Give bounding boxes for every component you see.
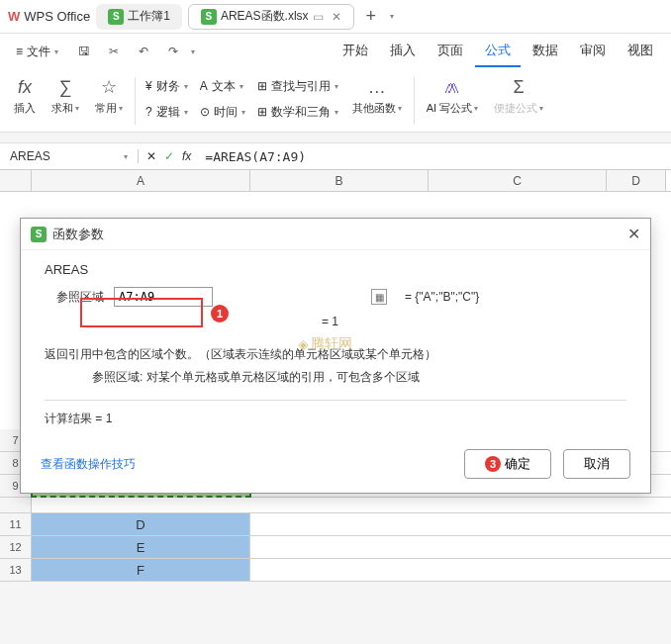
wps-icon: W [8, 9, 20, 24]
tab-insert[interactable]: 插入 [380, 36, 426, 67]
ok-button[interactable]: 3 确定 [464, 449, 551, 479]
sigma-dots-icon: Σ [514, 75, 525, 99]
function-name: AREAS [45, 262, 626, 277]
ribbon-ai[interactable]: ⩕ AI 写公式▾ [421, 73, 484, 118]
ribbon: fx 插入 ∑ 求和▾ ☆ 常用▾ ¥ 财务 ▾ ? 逻辑 ▾ A 文本 ▾ ⊙… [0, 69, 671, 133]
preview-result: = 1 [322, 315, 626, 328]
tab-page[interactable]: 页面 [428, 36, 473, 67]
formula-input[interactable]: =AREAS(A7:A9) [199, 149, 671, 164]
ribbon-lookup[interactable]: ⊞ 查找与引用 ▾ [257, 75, 338, 97]
app-name: WPS Office [24, 9, 90, 24]
confirm-edit-icon[interactable]: ✓ [164, 149, 174, 163]
tab-view[interactable]: 视图 [618, 36, 663, 67]
watermark: ◈ 腾轩网 [298, 335, 352, 353]
help-link[interactable]: 查看函数操作技巧 [41, 456, 136, 473]
new-tab-button[interactable]: + [360, 6, 383, 27]
file-menu[interactable]: ≡ 文件 ▾ [8, 40, 66, 64]
name-box-value: AREAS [10, 149, 50, 163]
workbook-tab-1[interactable]: S 工作簿1 [96, 4, 182, 30]
cell-A12[interactable]: E [32, 536, 250, 558]
workbook-tab-2[interactable]: S AREAS函数.xlsx ▭ ✕ [188, 4, 354, 30]
menu-icon: ≡ [16, 45, 23, 58]
row-header[interactable]: 11 [0, 513, 32, 535]
ribbon-logic[interactable]: ? 逻辑 ▾ [145, 101, 188, 123]
ribbon-time[interactable]: ⊙ 时间 ▾ [200, 101, 245, 123]
ribbon-finance[interactable]: ¥ 财务 ▾ [145, 75, 188, 97]
file-menu-label: 文件 [27, 44, 50, 60]
calc-result: 计算结果 = 1 [45, 400, 626, 427]
ribbon-other[interactable]: … 其他函数▾ [346, 73, 408, 118]
tab-start[interactable]: 开始 [333, 36, 378, 67]
app-logo: W WPS Office [8, 9, 90, 24]
name-box[interactable]: AREAS ▾ [0, 149, 139, 163]
tab-label: 工作簿1 [128, 8, 170, 25]
screenshot-icon[interactable]: ✂ [102, 40, 126, 63]
chevron-down-icon[interactable]: ▾ [191, 47, 195, 56]
close-icon[interactable]: ✕ [627, 225, 640, 243]
annotation-marker-3: 3 [485, 456, 501, 472]
fx-icon[interactable]: fx [182, 149, 191, 163]
row-header[interactable] [0, 498, 32, 512]
fx-icon: fx [18, 75, 32, 99]
cancel-edit-icon[interactable]: ✕ [146, 149, 156, 163]
tab-formula[interactable]: 公式 [475, 36, 521, 67]
maximize-icon[interactable]: ▭ [313, 10, 324, 24]
row-header[interactable]: 12 [0, 536, 32, 558]
select-all-corner[interactable] [0, 170, 32, 191]
cell-A11[interactable]: D [32, 513, 250, 535]
redo-icon[interactable]: ↷ [161, 40, 185, 63]
formula-bar: AREAS ▾ ✕ ✓ fx =AREAS(A7:A9) [0, 142, 671, 170]
chevron-down-icon[interactable]: ▾ [124, 152, 128, 161]
tab-label: AREAS函数.xlsx [221, 8, 309, 25]
cancel-button[interactable]: 取消 [563, 449, 630, 479]
cell-A13[interactable]: F [32, 559, 250, 581]
close-icon[interactable]: ✕ [332, 10, 341, 24]
ribbon-common[interactable]: ☆ 常用▾ [89, 73, 129, 118]
sheet-icon: S [201, 9, 217, 25]
ribbon-tabs: 开始 插入 页面 公式 数据 审阅 视图 [333, 36, 663, 67]
param-label: 参照区域 [45, 289, 104, 306]
col-header-D[interactable]: D [607, 170, 666, 191]
chevron-down-icon: ▾ [54, 47, 58, 56]
tab-review[interactable]: 审阅 [570, 36, 616, 67]
ribbon-sum[interactable]: ∑ 求和▾ [46, 73, 85, 118]
sheet-icon: S [108, 9, 124, 25]
title-bar: W WPS Office S 工作簿1 S AREAS函数.xlsx ▭ ✕ +… [0, 0, 671, 34]
menu-bar: ≡ 文件 ▾ 🖫 ✂ ↶ ↷ ▾ 开始 插入 页面 公式 数据 审阅 视图 [0, 34, 671, 69]
ribbon-text[interactable]: A 文本 ▾ [200, 75, 245, 97]
param-evaluated: = {"A";"B";"C"} [405, 290, 479, 304]
annotation-marker-1: 1 [211, 305, 229, 322]
range-picker-icon[interactable]: ▦ [371, 289, 387, 305]
ai-icon: ⩕ [443, 75, 461, 99]
save-icon[interactable]: 🖫 [72, 40, 96, 63]
function-arguments-dialog: S 函数参数 ✕ AREAS 参照区域 ▦ = {"A";"B";"C"} = … [20, 218, 651, 494]
ribbon-math[interactable]: ⊞ 数学和三角 ▾ [257, 101, 338, 123]
param-description: 参照区域: 对某个单元格或单元格区域的引用，可包含多个区域 [92, 369, 626, 386]
chevron-down-icon[interactable]: ▾ [390, 12, 394, 21]
sheet-icon: S [31, 227, 47, 242]
col-header-A[interactable]: A [32, 170, 250, 191]
sigma-icon: ∑ [59, 75, 72, 99]
undo-icon[interactable]: ↶ [132, 40, 155, 63]
more-icon: … [368, 75, 386, 99]
col-header-C[interactable]: C [429, 170, 607, 191]
dialog-title-text: 函数参数 [52, 226, 104, 243]
tab-data[interactable]: 数据 [523, 36, 568, 67]
star-icon: ☆ [101, 75, 117, 99]
reference-input[interactable] [114, 287, 213, 307]
ribbon-convenient: Σ 便捷公式▾ [488, 73, 549, 118]
col-header-B[interactable]: B [250, 170, 429, 191]
row-header[interactable]: 13 [0, 559, 32, 581]
ribbon-insert-function[interactable]: fx 插入 [8, 73, 42, 118]
